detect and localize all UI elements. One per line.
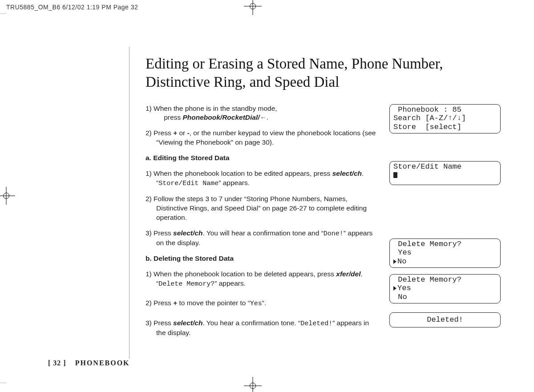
lcd-line: No xyxy=(393,293,497,302)
content-frame: Editing or Erasing a Stored Name, Phone … xyxy=(129,47,510,359)
lcd-line: Yes xyxy=(393,284,497,293)
step-number: 1) xyxy=(146,170,152,177)
step-text: ” appears. xyxy=(214,279,246,287)
page-number: [ 32 ] xyxy=(48,359,66,367)
a-step-3: 3) Press select/ch. You will hear a conf… xyxy=(146,229,377,248)
step-text: Press xyxy=(154,229,173,237)
lcd-screen-delete-no: Delete Memory? Yes No xyxy=(389,238,501,268)
step-text: . You hear a confirmation tone. “ xyxy=(202,319,300,327)
lcd-screen-deleted: Deleted! xyxy=(389,312,501,327)
lcd-string: Deleted! xyxy=(300,320,332,327)
step-number: 2) xyxy=(146,299,152,307)
step-text: to move the pointer to “ xyxy=(177,299,250,307)
lcd-text: No xyxy=(397,257,406,266)
step-text: Press xyxy=(154,319,173,327)
lcd-line xyxy=(393,171,497,180)
lcd-string: Done! xyxy=(324,230,344,238)
key-label: Phonebook/RocketDial/ xyxy=(182,113,259,121)
step-text: Press xyxy=(154,299,173,307)
lcd-screen-store-edit: Store/Edit Name xyxy=(389,161,501,185)
lcd-line: Store/Edit Name xyxy=(393,162,497,171)
subsection-a-heading: a. Editing the Stored Data xyxy=(146,154,377,163)
step-number: 2) xyxy=(146,195,152,202)
step-text: or xyxy=(177,129,187,137)
step-text: press xyxy=(164,113,182,121)
step-number: 1) xyxy=(146,270,152,278)
step-number: 3) xyxy=(146,319,152,327)
page-title: Editing or Erasing a Stored Name, Phone … xyxy=(146,55,510,92)
step-text: Follow the steps 3 to 7 under “Storing P… xyxy=(154,195,367,221)
lcd-line: Search [A-Z/↑/↓] xyxy=(393,114,497,123)
step-text: Press xyxy=(154,129,173,137)
registration-mark-bottom xyxy=(244,377,262,392)
step-text: , or the number keypad to view the phone… xyxy=(156,129,376,146)
key-label: xfer/del xyxy=(336,270,360,278)
step-text: ” appears. xyxy=(218,179,250,186)
crop-mark xyxy=(0,383,6,383)
body-text-column: 1) When the phone is in the standby mode… xyxy=(146,104,377,344)
step-text: . You will hear a confirmation tone and … xyxy=(202,229,323,237)
key-label: + xyxy=(173,129,177,137)
step-text: When the phonebook location to be delete… xyxy=(154,270,336,278)
lcd-line: No xyxy=(393,257,497,266)
cursor-icon xyxy=(393,172,397,178)
intro-step-1: 1) When the phone is in the standby mode… xyxy=(146,104,377,123)
pointer-icon xyxy=(393,259,396,264)
manual-page: TRU5885_OM_B6 6/12/02 1:19 PM Page 32 Ed… xyxy=(0,0,534,392)
step-text: When the phone is in the standby mode, xyxy=(154,105,277,112)
a-step-1: 1) When the phonebook location to be edi… xyxy=(146,169,377,188)
subsection-b-heading: b. Deleting the Stored Data xyxy=(146,254,377,263)
lcd-string: Delete Memory? xyxy=(158,280,214,288)
lcd-text: Yes xyxy=(397,284,411,292)
lcd-line: Phonebook : 85 xyxy=(393,105,497,114)
b-step-2: 2) Press + to move the pointer to “Yes”. xyxy=(146,299,377,308)
step-text: ”. xyxy=(262,299,266,307)
lcd-string: Yes xyxy=(250,300,262,307)
page-footer: [ 32 ] PHONEBOOK xyxy=(48,359,130,367)
a-step-2: 2) Follow the steps 3 to 7 under “Storin… xyxy=(146,194,377,222)
crop-mark xyxy=(0,13,6,14)
pointer-icon xyxy=(393,286,396,291)
lcd-line: Delete Memory? xyxy=(393,240,497,249)
key-label: + xyxy=(173,299,177,307)
lcd-line: Deleted! xyxy=(427,315,463,324)
intro-step-2: 2) Press + or -, or the number keypad to… xyxy=(146,129,377,147)
step-number: 3) xyxy=(146,229,152,237)
b-step-1: 1) When the phonebook location to be del… xyxy=(146,270,377,289)
key-label: select/ch xyxy=(332,170,362,177)
lcd-line: Yes xyxy=(393,248,497,257)
b-step-3: 3) Press select/ch. You hear a confirmat… xyxy=(146,319,377,338)
step-number: 2) xyxy=(146,129,152,137)
lcd-screen-delete-yes: Delete Memory? Yes No xyxy=(389,274,501,304)
step-text: When the phonebook location to be edited… xyxy=(154,170,332,177)
key-label: select/ch xyxy=(173,229,202,237)
lcd-screen-phonebook: Phonebook : 85 Search [A-Z/↑/↓] Store [s… xyxy=(389,104,501,134)
step-text: . xyxy=(267,113,268,121)
lcd-string: Store/Edit Name xyxy=(158,180,218,187)
section-label: PHONEBOOK xyxy=(75,359,130,367)
lcd-line: Store [select] xyxy=(393,123,497,132)
key-label: select/ch xyxy=(173,319,202,327)
registration-mark-left xyxy=(0,187,15,205)
lcd-line: Delete Memory? xyxy=(393,275,497,284)
lcd-screens-column: Phonebook : 85 Search [A-Z/↑/↓] Store [s… xyxy=(389,104,507,344)
arrow-left-icon: ← xyxy=(260,113,267,121)
registration-mark-top xyxy=(244,0,262,15)
prepress-slug: TRU5885_OM_B6 6/12/02 1:19 PM Page 32 xyxy=(6,4,138,11)
step-number: 1) xyxy=(146,105,152,112)
